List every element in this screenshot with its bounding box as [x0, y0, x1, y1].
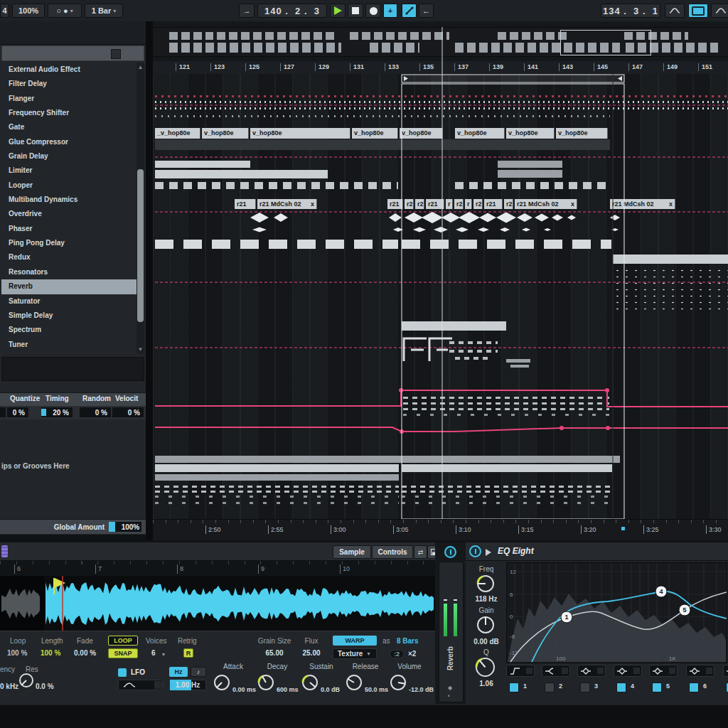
browser-item-ping-pong-delay[interactable]: Ping Pong Delay	[1, 236, 136, 250]
freeze-icon[interactable]: ◆	[448, 685, 452, 691]
half-tempo-button[interactable]: :2	[390, 650, 404, 658]
browser-item-spectrum[interactable]: Spectrum	[1, 323, 136, 337]
length-value[interactable]: 100 %	[41, 649, 60, 657]
filter-type-bell-icon[interactable]	[686, 665, 714, 677]
eq-curve-display[interactable]: 1451260-6-121001K	[506, 562, 727, 663]
browser-item-multiband-dynamics[interactable]: Multiband Dynamics	[1, 193, 136, 207]
locator-marker[interactable]	[621, 527, 625, 530]
hot-swap-icon[interactable]: ⇄	[414, 545, 427, 559]
decay-value[interactable]: 600 ms	[277, 686, 299, 693]
filter-type-bell-icon[interactable]	[649, 665, 678, 677]
band-enable-checkbox[interactable]	[689, 682, 699, 692]
time-ruler[interactable]: 2:502:553:003:053:103:153:203:253:30	[153, 519, 728, 540]
draw-mode-button[interactable]	[402, 4, 417, 18]
overdub-button[interactable]: +	[383, 4, 397, 18]
filter-type-shelf-icon[interactable]	[542, 665, 570, 677]
lfo-toggle[interactable]	[118, 668, 127, 677]
freq-knob[interactable]	[475, 573, 496, 597]
global-amount-value[interactable]: 100%	[109, 522, 141, 532]
sample-ruler[interactable]: 678910	[0, 561, 435, 577]
gain-value[interactable]: 0.00 dB	[467, 638, 505, 646]
stop-button[interactable]	[348, 4, 363, 18]
q-knob[interactable]	[473, 655, 497, 682]
browser-item-overdrive[interactable]: Overdrive	[1, 207, 136, 221]
warp-bars-value[interactable]: 8 Bars	[397, 637, 419, 645]
browser-item-saturator[interactable]: Saturator	[1, 294, 136, 309]
time-signature[interactable]: 4	[0, 4, 9, 18]
lfo-hz-button[interactable]: Hz	[169, 667, 188, 677]
band-enable-checkbox[interactable]	[580, 682, 590, 692]
punch-in-button[interactable]	[665, 4, 685, 18]
browser-item-glue-compressor[interactable]: Glue Compressor	[1, 135, 136, 149]
quantize-menu[interactable]: 1 Bar▾	[85, 4, 123, 18]
band-enable-checkbox[interactable]	[652, 682, 662, 692]
scrollbar-thumb[interactable]	[137, 169, 144, 322]
flux-value[interactable]: 25.00	[296, 649, 327, 657]
save-icon[interactable]: ▪	[448, 692, 450, 699]
browser-item-external-audio-effect[interactable]: External Audio Effect	[1, 63, 136, 77]
lfo-sync-button[interactable]: ♪	[191, 667, 206, 677]
browser-item-filter-delay[interactable]: Filter Delay	[1, 77, 136, 91]
browser-item-redux[interactable]: Redux	[1, 250, 136, 264]
follow-button[interactable]: →	[239, 4, 255, 18]
release-value[interactable]: 50.0 ms	[365, 686, 388, 693]
sustain-value[interactable]: 0.0 dB	[321, 686, 340, 693]
attack-value[interactable]: 0.00 ms	[232, 686, 256, 693]
loop-switch-button[interactable]	[688, 4, 708, 18]
volume-knob[interactable]	[388, 673, 408, 695]
groove-value-velocit[interactable]: 0 %	[112, 407, 144, 417]
loop-start-position[interactable]: 134 . 3 . 1	[601, 4, 660, 18]
retrig-button[interactable]: R	[183, 648, 193, 658]
record-button[interactable]	[365, 4, 381, 18]
global-quantize-amount[interactable]: 100%	[12, 4, 45, 18]
warp-mode-select[interactable]: Texture▾	[333, 648, 377, 659]
browser-item-reverb[interactable]: Reverb	[1, 279, 136, 294]
volume-value[interactable]: -12.0 dB	[409, 686, 434, 693]
filter-type-bell-icon[interactable]	[614, 665, 642, 677]
filter-type-bell-icon[interactable]	[577, 665, 606, 677]
voices-value[interactable]: 6	[151, 649, 156, 657]
browser-item-limiter[interactable]: Limiter	[1, 164, 136, 178]
warp-button[interactable]: WARP	[333, 636, 377, 646]
browser-item-flanger[interactable]: Flanger	[1, 92, 136, 106]
double-tempo-button[interactable]: ×2	[408, 650, 416, 658]
arrangement-view[interactable]: 1211231251271291311331351371391411431451…	[153, 21, 728, 540]
freq-value[interactable]: 118 Hz	[467, 595, 505, 603]
decay-knob[interactable]	[256, 673, 276, 695]
filter-res-value[interactable]: 0.0 %	[36, 682, 54, 690]
fade-value[interactable]: 0.00 %	[74, 649, 96, 657]
filter-freq-value[interactable]: 0 kHz	[0, 682, 18, 690]
snap-button[interactable]: SNAP	[108, 648, 138, 658]
lfo-shape-select[interactable]	[118, 680, 164, 690]
tab-controls[interactable]: Controls	[372, 545, 413, 559]
device-power-button[interactable]	[444, 546, 456, 558]
browser-item-tuner[interactable]: Tuner	[1, 338, 136, 352]
groove-value-quantize[interactable]: 0 %	[7, 407, 28, 417]
attack-knob[interactable]	[212, 673, 232, 695]
gain-knob[interactable]	[475, 614, 496, 638]
tab-sample[interactable]: Sample	[333, 545, 371, 559]
reverb-title-bar[interactable]: Reverb ◆ ▪	[439, 562, 464, 702]
device-power-button[interactable]	[469, 545, 481, 557]
scroll-up-icon[interactable]: ▲	[136, 64, 144, 70]
band-enable-checkbox[interactable]	[616, 682, 626, 692]
q-value[interactable]: 1.06	[467, 680, 505, 687]
release-knob[interactable]	[344, 673, 364, 695]
filter-res-knob[interactable]	[17, 671, 36, 692]
browser-item-looper[interactable]: Looper	[1, 178, 136, 193]
metronome-control[interactable]: ○●▾	[48, 4, 82, 18]
back-to-arrangement-button[interactable]: ←	[419, 4, 434, 18]
groove-value-random[interactable]: 0 %	[80, 407, 111, 417]
browser-item-gate[interactable]: Gate	[1, 120, 136, 134]
browser-item-frequency-shifter[interactable]: Frequency Shifter	[1, 106, 136, 120]
loop-button[interactable]: LOOP	[108, 636, 138, 646]
lfo-rate-value[interactable]: 1.00 Hz	[169, 680, 206, 690]
browser-scrollbar[interactable]: ▲ ▼	[136, 63, 144, 354]
filter-type-hp-icon[interactable]	[506, 665, 535, 677]
scroll-down-icon[interactable]: ▼	[136, 346, 144, 353]
band-enable-checkbox[interactable]	[509, 682, 519, 692]
sample-waveform[interactable]	[0, 576, 435, 631]
browser-header-bar[interactable]	[1, 46, 144, 61]
loop-value[interactable]: 100 %	[7, 649, 27, 657]
filter-type-bell-icon[interactable]	[723, 665, 728, 677]
